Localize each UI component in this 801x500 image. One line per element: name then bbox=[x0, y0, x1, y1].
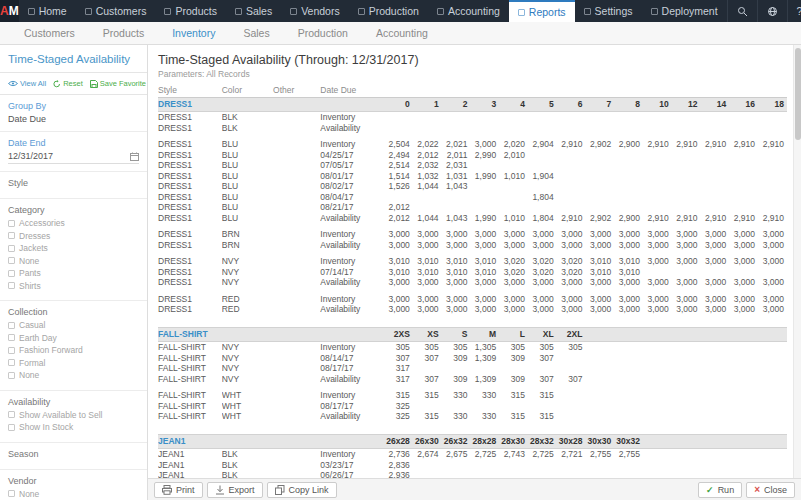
checkbox-icon[interactable] bbox=[8, 220, 15, 227]
checkbox-icon[interactable] bbox=[8, 490, 15, 497]
checkbox-icon[interactable] bbox=[8, 411, 15, 418]
vertical-scrollbar[interactable] bbox=[793, 45, 801, 478]
style-cell: FALL-SHIRT bbox=[158, 411, 222, 422]
nav-item-settings[interactable]: Settings bbox=[575, 0, 642, 22]
reset-button[interactable]: Reset bbox=[53, 79, 83, 88]
value-cell: 1,514 bbox=[384, 171, 413, 182]
value-cell bbox=[672, 171, 701, 182]
value-cell: 2,910 bbox=[758, 213, 787, 224]
checkbox-icon[interactable] bbox=[8, 347, 15, 354]
style-group-link[interactable]: DRESS1 bbox=[158, 98, 222, 112]
save-favorite-button[interactable]: Save Favorite bbox=[90, 79, 146, 88]
nav-item-label: Deployment bbox=[662, 5, 718, 17]
nav-item-products[interactable]: Products bbox=[155, 0, 225, 22]
checkbox-icon[interactable] bbox=[8, 372, 15, 379]
style-group-link[interactable]: FALL-SHIRT bbox=[158, 328, 222, 342]
subnav-item-inventory[interactable]: Inventory bbox=[158, 27, 229, 39]
close-button[interactable]: × Close bbox=[746, 482, 795, 498]
scrollbar-thumb[interactable] bbox=[795, 48, 801, 140]
group-by-value[interactable]: Date Due bbox=[8, 114, 139, 124]
run-button[interactable]: ✓ Run bbox=[698, 482, 742, 498]
nav-item-reports[interactable]: Reports bbox=[509, 0, 575, 22]
filter-option[interactable]: Fashion Forward bbox=[8, 345, 139, 355]
export-button[interactable]: Export bbox=[207, 482, 263, 498]
color-cell: BLK bbox=[222, 470, 273, 478]
checkbox-icon[interactable] bbox=[8, 282, 15, 289]
nav-item-home[interactable]: Home bbox=[19, 0, 76, 22]
value-cell bbox=[585, 390, 614, 401]
subnav-item-customers[interactable]: Customers bbox=[10, 27, 89, 39]
filter-option[interactable]: None bbox=[8, 256, 139, 266]
filter-option[interactable]: Accessories bbox=[8, 218, 139, 228]
value-cell: 3,000 bbox=[585, 240, 614, 251]
date-due-cell: Inventory bbox=[320, 256, 384, 267]
language-button[interactable] bbox=[757, 0, 787, 22]
checkbox-icon[interactable] bbox=[8, 257, 15, 264]
report-title: Time-Staged Availability (Through: 12/31… bbox=[158, 53, 791, 67]
size-header-cell bbox=[643, 435, 672, 449]
column-header-empty bbox=[643, 84, 672, 98]
value-cell bbox=[614, 181, 643, 192]
app-logo[interactable]: AM bbox=[0, 0, 19, 22]
filter-option[interactable]: Show In Stock bbox=[8, 422, 139, 432]
style-cell: DRESS1 bbox=[158, 229, 222, 240]
value-cell: 315 bbox=[413, 411, 442, 422]
style-group-link[interactable]: JEAN1 bbox=[158, 435, 222, 449]
copy-link-button[interactable]: Copy Link bbox=[267, 482, 337, 498]
value-cell bbox=[499, 123, 528, 134]
filter-option[interactable]: Earth Day bbox=[8, 333, 139, 343]
filter-option[interactable]: Dresses bbox=[8, 231, 139, 241]
subnav-item-products[interactable]: Products bbox=[89, 27, 158, 39]
value-cell bbox=[585, 181, 614, 192]
filter-option[interactable]: None bbox=[8, 370, 139, 380]
value-cell: 3,000 bbox=[614, 229, 643, 240]
filter-option[interactable]: Jackets bbox=[8, 243, 139, 253]
nav-item-label: Accounting bbox=[448, 5, 500, 17]
filter-option[interactable]: Show Available to Sell bbox=[8, 410, 139, 420]
value-cell bbox=[758, 150, 787, 161]
subnav-item-accounting[interactable]: Accounting bbox=[362, 27, 442, 39]
filter-option[interactable]: None bbox=[8, 489, 139, 499]
filter-option[interactable]: Formal bbox=[8, 358, 139, 368]
nav-item-production[interactable]: Production bbox=[349, 0, 428, 22]
value-cell: 3,000 bbox=[672, 256, 701, 267]
value-cell: 3,000 bbox=[499, 294, 528, 305]
nav-item-accounting[interactable]: Accounting bbox=[428, 0, 509, 22]
view-all-button[interactable]: View All bbox=[8, 79, 46, 88]
value-cell bbox=[729, 171, 758, 182]
filter-option[interactable]: Pants bbox=[8, 268, 139, 278]
value-cell: 1,043 bbox=[442, 213, 471, 224]
group-header-row: DRESS10123456781012141618 bbox=[158, 98, 787, 112]
style-cell: JEAN1 bbox=[158, 470, 222, 478]
help-button[interactable]: ? bbox=[787, 0, 801, 22]
value-cell: 3,000 bbox=[643, 277, 672, 288]
checkbox-icon[interactable] bbox=[8, 334, 15, 341]
checkbox-icon[interactable] bbox=[8, 359, 15, 366]
value-cell: 3,000 bbox=[729, 277, 758, 288]
other-cell bbox=[273, 460, 320, 471]
search-button[interactable] bbox=[727, 0, 757, 22]
table-row: FALL-SHIRTWHT08/17/17325 bbox=[158, 401, 787, 412]
calendar-icon[interactable] bbox=[130, 152, 139, 161]
nav-item-vendors[interactable]: Vendors bbox=[281, 0, 349, 22]
style-cell: JEAN1 bbox=[158, 449, 222, 460]
checkbox-icon[interactable] bbox=[8, 424, 15, 431]
nav-item-customers[interactable]: Customers bbox=[76, 0, 156, 22]
value-cell bbox=[614, 123, 643, 134]
subnav-item-sales[interactable]: Sales bbox=[229, 27, 283, 39]
filter-option[interactable]: Casual bbox=[8, 320, 139, 330]
nav-item-deployment[interactable]: Deployment bbox=[642, 0, 727, 22]
date-end-field[interactable]: 12/31/2017 bbox=[8, 151, 139, 164]
filter-option[interactable]: Shirts bbox=[8, 281, 139, 291]
checkbox-icon[interactable] bbox=[8, 322, 15, 329]
checkbox-icon[interactable] bbox=[8, 232, 15, 239]
checkbox-icon[interactable] bbox=[8, 245, 15, 252]
group-header-cell bbox=[273, 435, 320, 449]
value-cell bbox=[758, 374, 787, 385]
value-cell bbox=[701, 160, 730, 171]
checkbox-icon[interactable] bbox=[8, 270, 15, 277]
subnav-item-production[interactable]: Production bbox=[284, 27, 362, 39]
value-cell bbox=[442, 363, 471, 374]
print-button[interactable]: Print bbox=[154, 482, 203, 498]
nav-item-sales[interactable]: Sales bbox=[226, 0, 281, 22]
